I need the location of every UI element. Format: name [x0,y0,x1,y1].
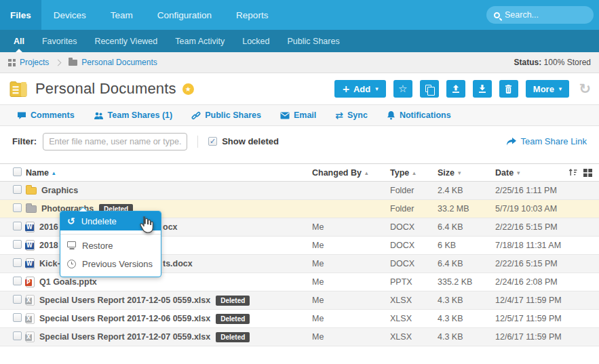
upload-button[interactable] [446,80,465,98]
storage-status: Status: 100% Stored [514,58,591,67]
file-manager-app: { "topnav": { "items": [ {"label": "File… [0,0,599,364]
refresh-icon[interactable]: ↻ [579,81,591,97]
size-cell: 335.2 KB [434,277,492,287]
projects-grid-icon [8,59,16,66]
deleted-badge: Deleted [216,314,250,324]
add-button[interactable]: + Add ▾ [334,80,386,98]
subnav-favorites[interactable]: Favorites [33,30,85,52]
status-label: Status: [514,58,542,67]
download-button[interactable] [473,80,492,98]
size-cell: 4.3 KB [434,296,492,305]
team-share-link[interactable]: Team Share Link [506,136,587,146]
folder-icon [26,187,37,195]
table-row[interactable]: GraphicsFolder2.4 KB2/25/16 1:11 PM [0,182,599,200]
file-name-cell[interactable]: Graphics [26,182,309,199]
folder-tabs: Comments Team Shares (1) Public Shares E… [0,104,599,126]
file-name-cell[interactable]: XSpecial Users Report 2017-12-05 0559.xl… [26,291,309,309]
breadcrumb-projects-link[interactable]: Projects [20,58,49,67]
row-checkbox[interactable] [13,331,22,340]
top-navbar: Files Devices Team Configuration Reports [0,0,599,30]
changed-by-cell: Me [309,241,387,250]
file-name: Kick- [39,259,60,268]
date-cell: 2/24/16 2:08 PM [492,277,599,287]
row-checkbox[interactable] [13,277,22,285]
powerpoint-file-icon: P [26,277,35,287]
date-cell: 12/5/17 11:59 PM [492,314,599,323]
delete-button[interactable] [499,80,518,98]
subnav-locked[interactable]: Locked [233,30,278,52]
filter-input[interactable] [43,133,187,150]
subnav-recently-viewed[interactable]: Recently Viewed [85,30,166,52]
subnav-all[interactable]: All [5,30,33,52]
copy-button[interactable] [420,80,439,98]
type-cell: XLSX [387,296,434,305]
table-row[interactable]: XSpecial Users Report 2017-12-05 0559.xl… [0,291,599,310]
row-checkbox[interactable] [13,222,22,230]
changed-by-cell: Me [309,259,387,268]
tab-notifications[interactable]: Notifications [377,110,461,120]
nav-tab-reports[interactable]: Reports [224,0,280,30]
star-outline-icon: ☆ [398,84,407,94]
menu-item-restore[interactable]: Restore [60,237,161,255]
file-name: Graphics [41,186,78,195]
chevron-down-icon: ▾ [375,85,379,92]
type-cell: Folder [387,186,434,195]
file-name: 2018 [39,241,58,250]
row-checkbox[interactable] [13,258,22,267]
column-header-size[interactable]: Size▾ [434,168,492,178]
subnav-public-shares[interactable]: Public Shares [279,30,349,52]
column-header-type[interactable]: Type▴ [387,168,434,178]
tab-comments[interactable]: Comments [7,110,84,120]
file-name-cell[interactable]: XSpecial Users Report 2017-12-06 0559.xl… [26,310,309,327]
tab-email[interactable]: Email [271,110,326,120]
monitor-icon [67,241,76,247]
date-cell: 7/18/18 11:31 AM [492,241,599,250]
tab-public-shares[interactable]: Public Shares [182,110,271,120]
column-header-name[interactable]: Name▴ [26,168,309,178]
comment-icon [17,111,26,120]
search-box[interactable] [486,6,594,24]
tab-team-shares[interactable]: Team Shares (1) [84,110,182,120]
type-cell: XLSX [387,314,434,323]
row-checkbox[interactable] [13,313,22,322]
favorite-button[interactable]: ☆ [393,80,412,98]
nav-tab-team[interactable]: Team [98,0,145,30]
subnav-team-activity[interactable]: Team Activity [166,30,233,52]
context-menu-body: Restore Previous Versions [60,234,161,277]
show-deleted-checkbox[interactable] [208,137,217,146]
file-name: Q1 Goals.pptx [39,277,97,287]
bell-icon [387,110,395,120]
more-button[interactable]: More ▾ [526,80,570,98]
menu-item-previous-versions[interactable]: Previous Versions [60,255,161,273]
sort-order-icon[interactable] [568,168,577,177]
size-cell: 6.4 KB [434,259,492,268]
grid-view-icon[interactable] [583,169,592,177]
row-checkbox[interactable] [13,295,22,304]
nav-tab-configuration[interactable]: Configuration [145,0,224,30]
row-checkbox[interactable] [13,185,22,194]
row-checkbox[interactable] [13,203,22,212]
page-title: Personal Documents [35,80,176,98]
tab-sync[interactable]: ⇄ Sync [326,110,377,121]
share-arrow-icon [506,138,516,146]
column-header-changed-by[interactable]: Changed By▴ [309,168,387,178]
chevron-right-icon [55,59,62,66]
star-icon: ★ [185,85,191,93]
breadcrumb-personal-documents-link[interactable]: Personal Documents [81,58,157,67]
upload-icon [451,84,461,94]
search-input[interactable] [505,10,579,20]
trash-icon [504,84,513,94]
favorite-star-badge[interactable]: ★ [182,83,194,95]
copy-icon [425,85,431,92]
file-name-cell[interactable]: XSpecial Users Report 2017-12-07 0559.xl… [26,328,309,346]
row-checkbox[interactable] [13,240,22,249]
deleted-excel-file-icon: X [26,331,35,342]
table-row[interactable]: XSpecial Users Report 2017-12-07 0559.xl… [0,328,599,346]
select-all-checkbox[interactable] [13,167,22,176]
nav-tab-files[interactable]: Files [0,0,41,30]
search-icon [494,12,500,18]
size-cell: 2.4 KB [434,186,492,195]
table-row[interactable]: XSpecial Users Report 2017-12-06 0559.xl… [0,310,599,328]
filter-bar: Filter: Show deleted Team Share Link [0,126,599,157]
nav-tab-devices[interactable]: Devices [41,0,98,30]
